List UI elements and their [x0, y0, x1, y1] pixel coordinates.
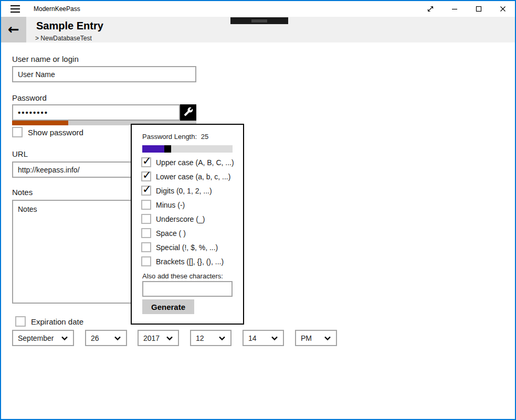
option-label: Digits (0, 1, 2, ...) [156, 187, 212, 195]
appbar-grabber[interactable] [230, 17, 288, 24]
breadcrumb: > NewDatabaseTest [35, 35, 92, 42]
app-window: ModernKeePass [0, 0, 516, 420]
checkbox-box[interactable] [12, 127, 23, 137]
checkbox-box[interactable] [141, 242, 151, 252]
close-icon[interactable] [491, 1, 515, 17]
hour-select[interactable]: 12 [190, 330, 231, 346]
chevron-down-icon [271, 335, 278, 341]
password-generator-button[interactable] [180, 104, 196, 121]
month-value: September [18, 334, 54, 342]
expiration-checkbox[interactable]: Expiration date [15, 316, 83, 327]
maximize-icon[interactable] [467, 1, 491, 17]
option-label: Underscore (_) [156, 215, 205, 223]
password-strength-fill [12, 121, 68, 125]
wrench-icon [184, 107, 193, 118]
option-lower-case[interactable]: ✓ Lower case (a, b, c, ...) [141, 171, 230, 181]
password-label: Password [12, 93, 47, 102]
username-label: User name or login [12, 55, 79, 63]
length-label-text: Password Length: [142, 133, 197, 141]
minute-value: 14 [248, 334, 257, 342]
checkbox-box[interactable] [15, 316, 26, 327]
check-icon: ✓ [142, 155, 152, 167]
checkbox-box[interactable] [141, 214, 151, 224]
option-digits[interactable]: ✓ Digits (0, 1, 2, ...) [141, 186, 212, 196]
ampm-value: PM [301, 334, 312, 342]
minimize-icon[interactable] [443, 1, 467, 17]
option-label: Upper case (A, B, C, ...) [156, 158, 234, 167]
caption-buttons [418, 1, 515, 17]
length-value: 25 [201, 133, 208, 141]
also-add-input[interactable] [142, 281, 233, 297]
diagonal-resize-icon[interactable] [418, 1, 443, 17]
show-password-label: Show password [28, 128, 83, 137]
chevron-down-icon [324, 335, 331, 341]
chevron-down-icon [61, 335, 68, 341]
ampm-select[interactable]: PM [295, 330, 337, 346]
titlebar: ModernKeePass [1, 1, 515, 17]
checkbox-box[interactable] [141, 228, 151, 238]
notes-label: Notes [12, 188, 33, 197]
check-icon: ✓ [142, 184, 152, 195]
option-label: Minus (-) [156, 201, 185, 209]
minute-select[interactable]: 14 [243, 330, 284, 346]
also-add-label: Also add these characters: [142, 272, 223, 280]
option-space[interactable]: Space ( ) [141, 228, 186, 238]
option-brackets[interactable]: Brackets ([], {}, (), ...) [141, 256, 224, 266]
option-label: Brackets ([], {}, (), ...) [156, 257, 224, 266]
option-label: Space ( ) [156, 229, 186, 238]
password-length-label: Password Length: 25 [142, 133, 208, 141]
hamburger-menu-icon[interactable] [6, 3, 24, 15]
option-label: Special (!, $, %, ...) [156, 243, 218, 252]
slider-track [171, 145, 233, 153]
chevron-down-icon [166, 335, 173, 341]
option-underscore[interactable]: Underscore (_) [141, 214, 205, 224]
chevron-down-icon [218, 335, 226, 341]
password-length-slider[interactable] [142, 145, 233, 153]
generate-button[interactable]: Generate [142, 299, 194, 314]
checkbox-box[interactable] [141, 200, 151, 210]
option-label: Lower case (a, b, c, ...) [156, 173, 230, 181]
option-upper-case[interactable]: ✓ Upper case (A, B, C, ...) [141, 157, 234, 167]
slider-fill [142, 145, 164, 153]
password-input[interactable] [12, 104, 180, 121]
year-value: 2017 [143, 334, 160, 342]
day-value: 26 [91, 334, 99, 342]
checkbox-box[interactable]: ✓ [141, 171, 151, 181]
checkbox-box[interactable] [141, 256, 151, 266]
username-input[interactable] [12, 66, 196, 82]
page-title: Sample Entry [36, 20, 103, 32]
month-select[interactable]: September [12, 330, 74, 346]
year-select[interactable]: 2017 [138, 330, 179, 346]
back-button[interactable]: ← [1, 17, 26, 42]
chevron-down-icon [114, 335, 121, 341]
option-minus[interactable]: Minus (-) [141, 200, 185, 210]
checkbox-box[interactable]: ✓ [141, 157, 151, 167]
option-special[interactable]: Special (!, $, %, ...) [141, 242, 218, 252]
password-generator-popup: Password Length: 25 ✓ Upper case (A, B, … [131, 124, 244, 325]
checkbox-box[interactable]: ✓ [141, 186, 151, 196]
day-select[interactable]: 26 [85, 330, 127, 346]
slider-thumb[interactable] [164, 145, 171, 153]
check-icon: ✓ [142, 169, 152, 181]
hour-value: 12 [196, 334, 204, 342]
show-password-checkbox[interactable]: Show password [12, 127, 83, 137]
expiration-label: Expiration date [31, 317, 83, 326]
app-title: ModernKeePass [34, 1, 80, 17]
url-label: URL [12, 149, 28, 158]
